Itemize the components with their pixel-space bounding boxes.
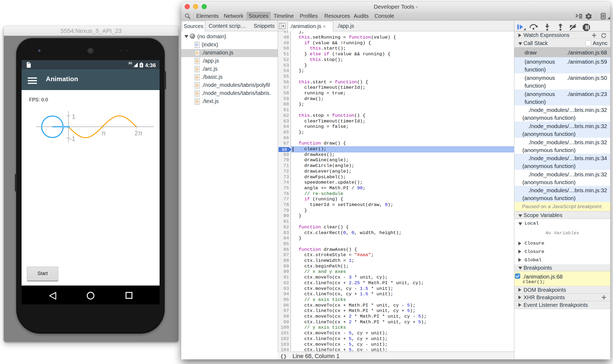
svg-text:1: 1 (72, 113, 75, 120)
svg-text:2π: 2π (135, 129, 143, 137)
svg-text:JS: JS (195, 68, 199, 71)
svg-text:4:36: 4:36 (145, 62, 156, 68)
svg-text:-1: -1 (70, 135, 75, 142)
svg-text:π: π (101, 129, 106, 137)
svg-text:3G: 3G (128, 61, 132, 65)
svg-text:{}: {} (280, 353, 287, 359)
svg-text:<>: <> (195, 43, 198, 46)
svg-text:JS: JS (195, 60, 199, 63)
svg-text:JS: JS (195, 100, 199, 103)
svg-text:JS: JS (195, 76, 199, 79)
svg-text:JS: JS (195, 92, 199, 95)
svg-text:JS: JS (195, 84, 199, 87)
svg-text:JS: JS (195, 51, 199, 55)
